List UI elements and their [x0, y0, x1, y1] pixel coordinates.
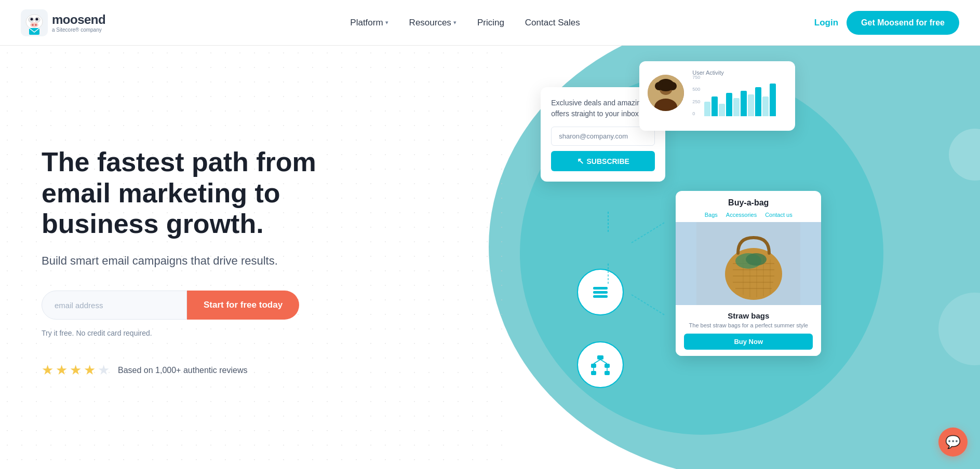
chat-bubble[interactable]: 💬	[938, 427, 968, 457]
login-link[interactable]: Login	[814, 18, 838, 28]
star-5-empty: ★	[98, 362, 110, 378]
bar-2	[711, 96, 718, 117]
svg-point-15	[668, 82, 677, 90]
svg-line-19	[632, 295, 665, 315]
star-4: ★	[84, 362, 96, 378]
svg-line-28	[594, 360, 600, 364]
svg-line-18	[632, 222, 665, 243]
user-activity-card: User Activity 750 500 250 0	[639, 61, 795, 131]
activity-chart: User Activity 750 500 250 0	[692, 70, 787, 116]
navbar: moosend a Sitecore® company Platform ▾ R…	[0, 0, 980, 46]
bar-10	[770, 84, 776, 116]
start-free-button[interactable]: Start for free today	[187, 291, 299, 320]
hero-right: Exclusive deals and amazing offers strai…	[509, 46, 980, 469]
svg-point-5	[32, 24, 34, 26]
store-nav: Bags Accessories Contact us	[684, 212, 813, 218]
hero-illustrations: Exclusive deals and amazing offers strai…	[509, 46, 980, 469]
cursor-icon: ↖	[577, 156, 584, 166]
chevron-down-icon: ▾	[453, 19, 457, 26]
bar-3	[719, 104, 725, 117]
email-sub-input[interactable]	[551, 127, 655, 146]
node-automation-1	[577, 269, 624, 315]
product-footer: Straw bags The best straw bags for a per…	[676, 305, 821, 356]
bar-6	[741, 91, 747, 116]
svg-point-7	[31, 18, 33, 20]
hero-disclaimer: Try it free. No credit card required.	[42, 329, 478, 337]
star-3: ★	[70, 362, 82, 378]
svg-rect-23	[597, 355, 603, 360]
y-axis-labels: 750 500 250 0	[692, 75, 700, 116]
logo-icon	[21, 9, 48, 36]
svg-point-46	[746, 253, 767, 266]
star-2: ★	[56, 362, 68, 378]
star-1: ★	[42, 362, 53, 378]
store-name: Buy-a-bag	[684, 198, 813, 208]
email-input[interactable]	[42, 291, 187, 320]
svg-rect-26	[591, 371, 596, 375]
rows-icon	[591, 283, 610, 301]
buy-bag-header: Buy-a-bag Bags Accessories Contact us	[676, 191, 821, 222]
chat-icon: 💬	[945, 435, 961, 449]
deco-circle-2	[938, 293, 980, 365]
chevron-down-icon: ▾	[385, 19, 388, 26]
svg-rect-27	[605, 371, 610, 375]
bar-1	[704, 102, 710, 116]
nav-pricing[interactable]: Pricing	[467, 13, 515, 32]
hero-subtext: Build smart email campaigns that drive r…	[42, 254, 312, 268]
user-avatar	[648, 75, 684, 111]
svg-rect-20	[593, 287, 608, 289]
svg-rect-21	[593, 291, 608, 294]
activity-label: User Activity	[692, 70, 787, 76]
svg-rect-25	[605, 364, 610, 368]
store-nav-contact[interactable]: Contact us	[765, 212, 793, 218]
nav-right: Login Get Moosend for free	[814, 11, 959, 35]
hero-section: The fastest path from email marketing to…	[0, 46, 980, 469]
svg-point-4	[30, 22, 38, 27]
bag-svg	[696, 222, 800, 305]
bar-4	[726, 93, 732, 117]
nav-resources[interactable]: Resources ▾	[399, 13, 467, 32]
product-name: Straw bags	[684, 311, 813, 320]
node-automation-2	[577, 341, 624, 388]
reviews-text: Based on 1,000+ authentic reviews	[118, 366, 248, 375]
hero-form: Start for free today	[42, 291, 478, 320]
hero-reviews: ★ ★ ★ ★ ★ Based on 1,000+ authentic revi…	[42, 362, 478, 378]
svg-rect-24	[591, 364, 596, 368]
svg-point-6	[35, 24, 37, 26]
bar-8	[755, 87, 761, 116]
bar-5	[733, 98, 740, 116]
store-nav-accessories[interactable]: Accessories	[726, 212, 757, 218]
logo[interactable]: moosend a Sitecore® company	[21, 9, 105, 36]
activity-header: User Activity 750 500 250 0	[648, 70, 787, 116]
hero-heading: The fastest path from email marketing to…	[42, 147, 343, 240]
logo-text: moosend a Sitecore® company	[52, 12, 105, 33]
product-image	[676, 222, 821, 305]
avatar-image	[648, 75, 684, 111]
product-desc: The best straw bags for a perfect summer…	[684, 322, 813, 328]
hero-left: The fastest path from email marketing to…	[0, 46, 509, 469]
subscribe-button[interactable]: ↖ SUBSCRIBE	[551, 151, 655, 171]
deco-circle-1	[949, 129, 980, 181]
get-moosend-button[interactable]: Get Moosend for free	[847, 11, 959, 35]
svg-point-14	[655, 82, 663, 90]
star-rating: ★ ★ ★ ★ ★	[42, 362, 110, 378]
svg-line-29	[600, 360, 607, 364]
nav-platform[interactable]: Platform ▾	[340, 13, 398, 32]
nav-contact-sales[interactable]: Contact Sales	[515, 13, 590, 32]
buy-now-button[interactable]: Buy Now	[684, 334, 813, 350]
bar-7	[748, 94, 754, 116]
store-nav-bags[interactable]: Bags	[705, 212, 718, 218]
buy-a-bag-card: Buy-a-bag Bags Accessories Contact us	[676, 191, 821, 356]
svg-rect-22	[593, 295, 608, 298]
bar-chart: 750 500 250 0	[692, 80, 787, 116]
nav-links: Platform ▾ Resources ▾ Pricing Contact S…	[340, 13, 590, 32]
hierarchy-icon	[589, 353, 612, 376]
svg-point-8	[36, 18, 38, 20]
bar-9	[762, 96, 769, 117]
